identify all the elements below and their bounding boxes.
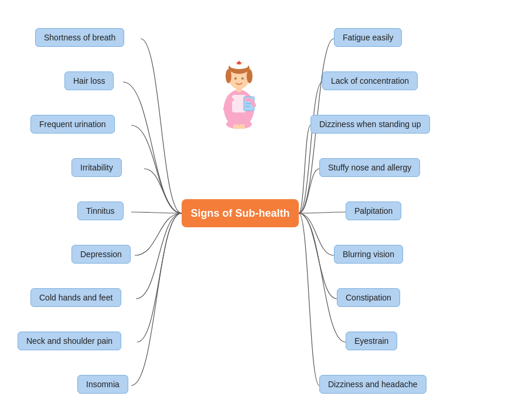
svg-point-10 (226, 69, 231, 83)
node-urination: Frequent urination (30, 115, 115, 134)
mind-map-diagram: Signs of Sub-health (0, 0, 505, 420)
node-cold: Cold hands and feet (30, 288, 121, 307)
node-shortness: Shortness of breath (35, 28, 124, 47)
node-tinnitus: Tinnitus (77, 202, 124, 220)
node-fatigue: Fatigue easily (334, 28, 402, 47)
svg-point-11 (247, 69, 252, 83)
node-neck: Neck and shoulder pain (18, 332, 121, 350)
node-eyestrain: Eyestrain (346, 332, 397, 350)
center-node: Signs of Sub-health (182, 199, 299, 227)
node-constipation: Constipation (337, 288, 400, 307)
node-insomnia: Insomnia (77, 375, 128, 394)
node-concentration: Lack of concentration (322, 71, 418, 90)
svg-rect-19 (233, 124, 239, 129)
node-depression: Depression (71, 245, 131, 264)
node-dizziness_stand: Dizziness when standing up (310, 115, 430, 134)
node-palpitation: Palpitation (346, 202, 401, 220)
node-dizziness_head: Dizziness and headache (319, 375, 426, 394)
node-stuffy: Stuffy nose and allergy (319, 158, 420, 177)
svg-point-17 (234, 77, 237, 80)
svg-point-18 (241, 77, 244, 80)
node-hairloss: Hair loss (64, 71, 114, 90)
node-blurring: Blurring vision (334, 245, 403, 264)
nurse-figure (216, 53, 262, 123)
node-irritability: Irritability (71, 158, 122, 177)
svg-rect-20 (239, 124, 245, 129)
